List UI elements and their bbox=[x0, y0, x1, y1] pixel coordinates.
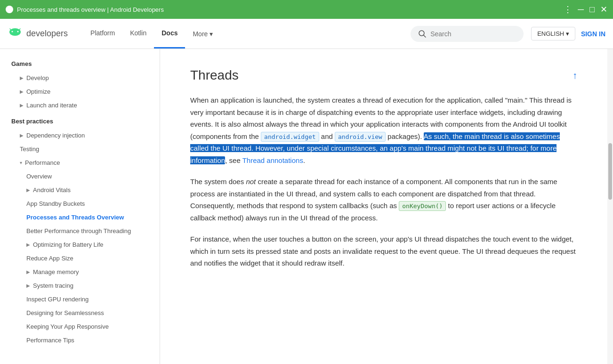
svg-point-1 bbox=[12, 31, 13, 32]
chevron-down-icon: ▾ bbox=[20, 160, 22, 165]
sign-in-button[interactable]: SIGN IN bbox=[581, 30, 605, 38]
logo[interactable]: developers bbox=[8, 28, 68, 40]
browser-icon bbox=[6, 6, 13, 13]
sidebar-section-bp-title: Best practices bbox=[0, 114, 160, 129]
paragraph-1-text-c: packages). bbox=[386, 132, 424, 140]
paragraph-1-text-e: . bbox=[303, 156, 305, 164]
nav-docs[interactable]: Docs bbox=[154, 19, 185, 49]
more-options-button[interactable]: ⋮ bbox=[564, 5, 572, 14]
titlebar: Processes and threads overview | Android… bbox=[0, 0, 613, 19]
logo-text: developers bbox=[26, 29, 68, 39]
sidebar-item-designing-label: Designing for Seamlessness bbox=[26, 309, 104, 316]
svg-point-2 bbox=[17, 31, 19, 32]
sidebar-item-reduce-size[interactable]: Reduce App Size bbox=[0, 251, 160, 265]
page-title-row: Threads ↑ bbox=[190, 68, 577, 83]
nav-more[interactable]: More ▾ bbox=[185, 30, 220, 38]
titlebar-left: Processes and threads overview | Android… bbox=[6, 6, 164, 13]
close-button[interactable]: ✕ bbox=[600, 5, 607, 14]
paragraph-3: For instance, when the user touches a bu… bbox=[190, 233, 577, 269]
svg-line-3 bbox=[10, 29, 11, 30]
titlebar-controls[interactable]: ⋮ ─ □ ✕ bbox=[564, 5, 607, 14]
sidebar-item-perf-tips[interactable]: Performance Tips bbox=[0, 333, 160, 347]
sidebar-item-android-vitals-label: Android Vitals bbox=[33, 186, 71, 194]
sidebar-item-perf-tips-label: Performance Tips bbox=[26, 337, 74, 344]
sidebar-item-launch-label: Launch and iterate bbox=[26, 102, 77, 109]
code-android-view: android.view bbox=[335, 132, 386, 142]
chevron-icon: ▶ bbox=[20, 75, 24, 81]
sidebar-item-system-tracing[interactable]: ▶ System tracing bbox=[0, 279, 160, 292]
paragraph-2: The system does not create a separate th… bbox=[190, 176, 577, 224]
sidebar-item-performance-label: Performance bbox=[25, 159, 60, 166]
chevron-icon: ▶ bbox=[26, 187, 30, 193]
sidebar-item-system-tracing-label: System tracing bbox=[33, 282, 73, 289]
sidebar: Games ▶ Develop ▶ Optimize ▶ Launch and … bbox=[0, 49, 160, 364]
search-input[interactable] bbox=[430, 30, 506, 38]
paragraph-1: When an application is launched, the sys… bbox=[190, 94, 577, 166]
sidebar-item-inspect-gpu[interactable]: Inspect GPU rendering bbox=[0, 292, 160, 306]
sidebar-item-develop-label: Develop bbox=[26, 74, 49, 81]
sidebar-item-optimize-label: Optimize bbox=[26, 88, 50, 95]
sidebar-item-testing-label: Testing bbox=[20, 146, 39, 153]
search-bar[interactable] bbox=[411, 26, 524, 42]
paragraph-2-em: not bbox=[246, 178, 256, 186]
code-onkeydown: onKeyDown() bbox=[399, 201, 446, 211]
sidebar-section-best-practices: Best practices ▶ Dependency injection Te… bbox=[0, 114, 160, 347]
sidebar-item-dependency[interactable]: ▶ Dependency injection bbox=[0, 129, 160, 142]
sidebar-item-android-vitals[interactable]: ▶ Android Vitals bbox=[0, 183, 160, 197]
sidebar-item-inspect-gpu-label: Inspect GPU rendering bbox=[26, 296, 89, 303]
paragraph-1-text-b: and bbox=[319, 132, 335, 140]
titlebar-title: Processes and threads overview | Android… bbox=[17, 6, 164, 13]
chevron-icon: ▶ bbox=[20, 133, 24, 138]
sidebar-item-develop[interactable]: ▶ Develop bbox=[0, 71, 160, 85]
paragraph-2-text-a: The system does bbox=[190, 178, 246, 186]
sidebar-item-performance[interactable]: ▾ Performance bbox=[0, 156, 160, 170]
scrollbar-thumb[interactable] bbox=[608, 143, 612, 200]
svg-point-0 bbox=[9, 28, 21, 36]
chevron-icon: ▶ bbox=[20, 89, 24, 94]
sidebar-section-games: Games ▶ Develop ▶ Optimize ▶ Launch and … bbox=[0, 57, 160, 112]
search-icon bbox=[418, 30, 427, 38]
sidebar-item-keep-responsive-label: Keeping Your App Responsive bbox=[26, 323, 109, 330]
minimize-button[interactable]: ─ bbox=[578, 5, 584, 14]
chevron-icon: ▶ bbox=[20, 103, 24, 108]
sidebar-item-better-performance-label: Better Performance through Threading bbox=[26, 227, 131, 235]
sidebar-item-dependency-label: Dependency injection bbox=[26, 132, 85, 139]
nav-platform[interactable]: Platform bbox=[83, 19, 122, 49]
sidebar-item-launch[interactable]: ▶ Launch and iterate bbox=[0, 98, 160, 112]
scroll-to-top-button[interactable]: ↑ bbox=[573, 70, 577, 81]
sidebar-item-app-standby[interactable]: App Standby Buckets bbox=[0, 197, 160, 210]
chevron-icon: ▶ bbox=[26, 269, 30, 275]
sidebar-item-battery-label: Optimizing for Battery Life bbox=[33, 241, 104, 248]
thread-annotations-link[interactable]: Thread annotations bbox=[242, 156, 303, 164]
sidebar-item-battery[interactable]: ▶ Optimizing for Battery Life bbox=[0, 238, 160, 251]
sidebar-item-designing[interactable]: Designing for Seamlessness bbox=[0, 306, 160, 320]
sidebar-item-manage-memory-label: Manage memory bbox=[33, 268, 79, 275]
sidebar-item-processes-threads-label: Processes and Threads Overview bbox=[26, 214, 124, 221]
sidebar-item-keep-responsive[interactable]: Keeping Your App Responsive bbox=[0, 320, 160, 333]
sidebar-item-manage-memory[interactable]: ▶ Manage memory bbox=[0, 265, 160, 279]
scrollbar-track[interactable] bbox=[607, 49, 613, 364]
page-title: Threads bbox=[190, 68, 239, 83]
chevron-icon: ▶ bbox=[26, 242, 30, 247]
maximize-button[interactable]: □ bbox=[589, 5, 595, 14]
code-android-widget: android.widget bbox=[261, 132, 319, 142]
navbar: developers Platform Kotlin Docs More ▾ E… bbox=[0, 19, 613, 49]
main-layout: Games ▶ Develop ▶ Optimize ▶ Launch and … bbox=[0, 49, 613, 364]
sidebar-item-better-performance[interactable]: Better Performance through Threading bbox=[0, 224, 160, 238]
chevron-icon: ▶ bbox=[26, 283, 30, 288]
nav-links: Platform Kotlin Docs More ▾ bbox=[83, 19, 220, 49]
sidebar-item-optimize[interactable]: ▶ Optimize bbox=[0, 85, 160, 98]
android-logo-icon bbox=[8, 28, 23, 40]
sidebar-item-reduce-size-label: Reduce App Size bbox=[26, 255, 73, 262]
sidebar-item-overview[interactable]: Overview bbox=[0, 170, 160, 183]
paragraph-1-text-d: , see bbox=[225, 156, 242, 164]
language-label: ENGLISH ▾ bbox=[537, 30, 569, 37]
sidebar-item-processes-threads[interactable]: Processes and Threads Overview bbox=[0, 210, 160, 224]
sidebar-item-testing[interactable]: Testing bbox=[0, 142, 160, 156]
language-selector[interactable]: ENGLISH ▾ bbox=[531, 27, 575, 40]
sidebar-item-overview-label: Overview bbox=[26, 173, 52, 180]
sidebar-section-games-title: Games bbox=[0, 57, 160, 71]
svg-line-4 bbox=[19, 29, 20, 30]
svg-line-6 bbox=[424, 35, 426, 37]
nav-kotlin[interactable]: Kotlin bbox=[122, 19, 154, 49]
